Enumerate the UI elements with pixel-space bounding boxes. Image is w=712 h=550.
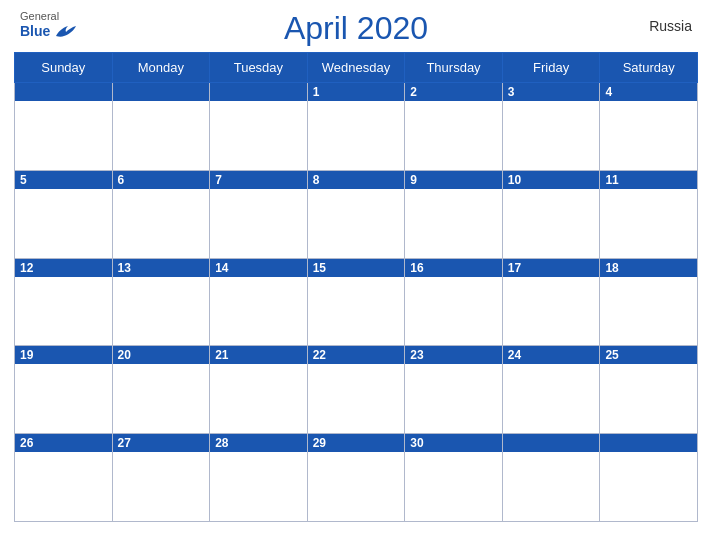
calendar-cell: 13 xyxy=(112,258,210,346)
day-number: 5 xyxy=(15,171,112,189)
calendar-cell: 2 xyxy=(405,83,503,171)
calendar-cell: 22 xyxy=(307,346,405,434)
day-number: 22 xyxy=(308,346,405,364)
calendar-cell: 3 xyxy=(502,83,600,171)
calendar-cell xyxy=(600,434,698,522)
day-number: 1 xyxy=(308,83,405,101)
col-monday: Monday xyxy=(112,53,210,83)
col-tuesday: Tuesday xyxy=(210,53,308,83)
day-number: 21 xyxy=(210,346,307,364)
calendar-cell: 4 xyxy=(600,83,698,171)
calendar-cell: 21 xyxy=(210,346,308,434)
col-sunday: Sunday xyxy=(15,53,113,83)
day-number: 27 xyxy=(113,434,210,452)
day-number: 13 xyxy=(113,259,210,277)
calendar-cell: 27 xyxy=(112,434,210,522)
col-friday: Friday xyxy=(502,53,600,83)
calendar-cell: 24 xyxy=(502,346,600,434)
calendar-cell xyxy=(112,83,210,171)
day-number xyxy=(15,83,112,101)
day-number: 9 xyxy=(405,171,502,189)
day-number: 23 xyxy=(405,346,502,364)
calendar-cell: 7 xyxy=(210,170,308,258)
calendar-cell: 14 xyxy=(210,258,308,346)
day-number: 14 xyxy=(210,259,307,277)
calendar-cell: 28 xyxy=(210,434,308,522)
calendar-header: Sunday Monday Tuesday Wednesday Thursday… xyxy=(15,53,698,83)
calendar-cell: 17 xyxy=(502,258,600,346)
day-number: 8 xyxy=(308,171,405,189)
calendar-table: Sunday Monday Tuesday Wednesday Thursday… xyxy=(14,52,698,522)
header: General Blue April 2020 Russia xyxy=(0,0,712,52)
day-number: 30 xyxy=(405,434,502,452)
calendar-cell xyxy=(210,83,308,171)
day-number: 11 xyxy=(600,171,697,189)
day-number xyxy=(113,83,210,101)
logo-general-text: General xyxy=(20,10,76,22)
logo-blue-text: Blue xyxy=(20,23,50,39)
day-number xyxy=(600,434,697,452)
week-row: 2627282930 xyxy=(15,434,698,522)
calendar-cell: 10 xyxy=(502,170,600,258)
logo: General Blue xyxy=(20,10,76,40)
calendar-cell: 11 xyxy=(600,170,698,258)
day-number: 25 xyxy=(600,346,697,364)
calendar-cell: 19 xyxy=(15,346,113,434)
day-number: 24 xyxy=(503,346,600,364)
week-row: 567891011 xyxy=(15,170,698,258)
calendar-cell: 23 xyxy=(405,346,503,434)
day-number: 2 xyxy=(405,83,502,101)
col-wednesday: Wednesday xyxy=(307,53,405,83)
day-number: 15 xyxy=(308,259,405,277)
day-number: 19 xyxy=(15,346,112,364)
logo-bird-icon xyxy=(54,22,76,40)
calendar-cell: 8 xyxy=(307,170,405,258)
day-number: 26 xyxy=(15,434,112,452)
calendar-cell: 1 xyxy=(307,83,405,171)
day-number: 12 xyxy=(15,259,112,277)
calendar-cell: 12 xyxy=(15,258,113,346)
day-number: 28 xyxy=(210,434,307,452)
day-number: 17 xyxy=(503,259,600,277)
calendar-cell: 9 xyxy=(405,170,503,258)
day-number: 7 xyxy=(210,171,307,189)
calendar-cell: 20 xyxy=(112,346,210,434)
col-thursday: Thursday xyxy=(405,53,503,83)
day-number: 16 xyxy=(405,259,502,277)
calendar-cell: 26 xyxy=(15,434,113,522)
calendar-cell: 29 xyxy=(307,434,405,522)
calendar-cell: 5 xyxy=(15,170,113,258)
calendar-cell xyxy=(502,434,600,522)
month-title: April 2020 xyxy=(284,10,428,47)
col-saturday: Saturday xyxy=(600,53,698,83)
day-number: 3 xyxy=(503,83,600,101)
days-of-week-row: Sunday Monday Tuesday Wednesday Thursday… xyxy=(15,53,698,83)
day-number: 18 xyxy=(600,259,697,277)
calendar-cell: 6 xyxy=(112,170,210,258)
calendar-cell: 16 xyxy=(405,258,503,346)
day-number: 20 xyxy=(113,346,210,364)
calendar-body: 1234567891011121314151617181920212223242… xyxy=(15,83,698,522)
country-label: Russia xyxy=(649,18,692,34)
calendar-cell: 18 xyxy=(600,258,698,346)
calendar-cell: 15 xyxy=(307,258,405,346)
week-row: 12131415161718 xyxy=(15,258,698,346)
day-number: 6 xyxy=(113,171,210,189)
day-number: 10 xyxy=(503,171,600,189)
week-row: 19202122232425 xyxy=(15,346,698,434)
day-number xyxy=(503,434,600,452)
day-number: 29 xyxy=(308,434,405,452)
calendar-cell: 30 xyxy=(405,434,503,522)
day-number: 4 xyxy=(600,83,697,101)
calendar-cell xyxy=(15,83,113,171)
calendar: Sunday Monday Tuesday Wednesday Thursday… xyxy=(0,52,712,550)
day-number xyxy=(210,83,307,101)
calendar-cell: 25 xyxy=(600,346,698,434)
week-row: 1234 xyxy=(15,83,698,171)
